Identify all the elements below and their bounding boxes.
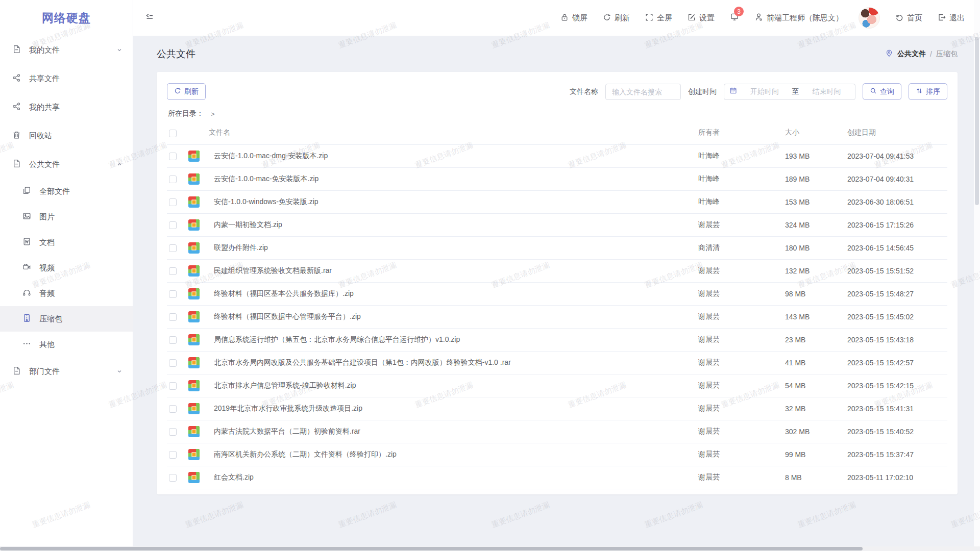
- file-name[interactable]: 局信息系统运行维护（第五包：北京市水务局综合信息平台运行维护）v1.0.zip: [214, 335, 460, 343]
- settings-button[interactable]: 设置: [688, 13, 715, 23]
- zip-file-icon: [188, 288, 200, 299]
- table-row[interactable]: 北京市水务局内网改版及公共服务基础平台建设项目（第1包：内网改版）终验验文档-v…: [167, 351, 947, 374]
- query-button[interactable]: 查询: [863, 83, 901, 100]
- sidebar-item-public-files[interactable]: 公共文件: [0, 150, 133, 179]
- refresh-list-label: 刷新: [184, 87, 199, 96]
- file-size: 54 MB: [783, 374, 845, 397]
- row-checkbox[interactable]: [169, 336, 177, 344]
- sidebar-item-my-shares[interactable]: 我的共享: [0, 93, 133, 121]
- file-name[interactable]: 联盟办件附件.zip: [214, 243, 268, 252]
- file-name[interactable]: 云安信-1.0.0-mac-免安装版本.zip: [214, 174, 318, 183]
- select-all-checkbox[interactable]: [169, 130, 177, 137]
- table-row[interactable]: 安信-1.0.0-windows-免安装版.zip 叶海峰 153 MB 202…: [167, 190, 947, 213]
- refresh-page-button[interactable]: 刷新: [603, 13, 630, 23]
- file-name[interactable]: 安信-1.0.0-windows-免安装版.zip: [214, 197, 318, 206]
- file-name[interactable]: 南海区机关新办公系统（二期）文件资料（终验打印）.zip: [214, 450, 397, 458]
- breadcrumb: 公共文件 / 压缩包: [885, 49, 958, 59]
- file-name[interactable]: 终验材料（福田区数据中心管理服务平台）.zip: [214, 312, 361, 320]
- table-row[interactable]: 终验材料（福田区基本公共服务数据库）.zip 谢晨芸 98 MB 2023-05…: [167, 282, 947, 305]
- row-checkbox[interactable]: [169, 313, 177, 321]
- directory-chevron[interactable]: >: [211, 110, 215, 118]
- filename-search-input[interactable]: [605, 84, 681, 100]
- file-name[interactable]: 北京市排水户信息管理系统-竣工验收材料.zip: [214, 381, 356, 389]
- sidebar-item-archives[interactable]: 压缩包: [0, 306, 133, 332]
- row-checkbox[interactable]: [169, 451, 177, 459]
- breadcrumb-root[interactable]: 公共文件: [897, 49, 926, 59]
- table-row[interactable]: 云安信-1.0.0-mac-dmg-安装版本.zip 叶海峰 193 MB 20…: [167, 144, 947, 167]
- undo-home-icon: [895, 13, 903, 23]
- fullscreen-button[interactable]: 全屏: [645, 13, 672, 23]
- logout-label: 退出: [949, 13, 965, 23]
- file-name[interactable]: 2019年北京市水行政审批系统升级改造项目.zip: [214, 404, 362, 412]
- logout-button[interactable]: 退出: [938, 13, 965, 23]
- vertical-scrollbar[interactable]: [974, 0, 980, 551]
- table-row[interactable]: 民建组织管理系统验收文档最新版.rar 谢晨芸 132 MB 2023-05-1…: [167, 259, 947, 282]
- current-directory: 所在目录： >: [168, 109, 946, 118]
- file-name[interactable]: 内蒙一期初验文档.zip: [214, 220, 282, 229]
- file-name[interactable]: 云安信-1.0.0-mac-dmg-安装版本.zip: [214, 152, 328, 160]
- lock-screen-button[interactable]: 锁屏: [560, 13, 587, 23]
- file-name[interactable]: 北京市水务局内网改版及公共服务基础平台建设项目（第1包：内网改版）终验验文档-v…: [214, 358, 511, 366]
- fullscreen-icon: [645, 13, 653, 23]
- table-row[interactable]: 云安信-1.0.0-mac-免安装版本.zip 叶海峰 189 MB 2023-…: [167, 167, 947, 190]
- file-size: 324 MB: [783, 213, 845, 236]
- sidebar-collapse-icon[interactable]: [144, 12, 155, 24]
- file-size: 41 MB: [783, 351, 845, 374]
- home-button[interactable]: 首页: [895, 13, 922, 23]
- sidebar-item-videos[interactable]: 视频: [0, 255, 133, 281]
- sidebar-item-recycle-bin[interactable]: 回收站: [0, 121, 133, 150]
- file-name[interactable]: 红会文档.zip: [214, 473, 254, 481]
- start-date-placeholder[interactable]: 开始时间: [741, 87, 788, 96]
- table-row[interactable]: 红会文档.zip 谢晨芸 8 MB 2023-05-11 17:02:10: [167, 466, 947, 489]
- row-checkbox[interactable]: [169, 221, 177, 229]
- table-row[interactable]: 2019年北京市水行政审批系统升级改造项目.zip 谢晨芸 32 MB 2023…: [167, 397, 947, 420]
- file-date: 2023-07-04 09:41:53: [845, 144, 947, 167]
- file-name[interactable]: 终验材料（福田区基本公共服务数据库）.zip: [214, 289, 354, 297]
- user-menu[interactable]: 前端工程师（陈思文）: [754, 13, 843, 23]
- row-checkbox[interactable]: [169, 359, 177, 367]
- sidebar-item-others[interactable]: 其他: [0, 332, 133, 357]
- doc-icon: [22, 237, 31, 247]
- filters: 文件名称 创建时间 开始时间 至 结束时间: [570, 83, 947, 100]
- table-row[interactable]: 联盟办件附件.zip 商清清 180 MB 2023-06-15 14:56:4…: [167, 236, 947, 259]
- date-range-picker[interactable]: 开始时间 至 结束时间: [724, 84, 855, 100]
- row-checkbox[interactable]: [169, 198, 177, 206]
- file-owner: 谢晨芸: [696, 282, 783, 305]
- row-checkbox[interactable]: [169, 474, 177, 482]
- avatar[interactable]: [859, 7, 880, 29]
- row-checkbox[interactable]: [169, 382, 177, 390]
- table-row[interactable]: 内蒙一期初验文档.zip 谢晨芸 324 MB 2023-06-15 17:15…: [167, 213, 947, 236]
- row-checkbox[interactable]: [169, 405, 177, 413]
- end-date-placeholder[interactable]: 结束时间: [803, 87, 850, 96]
- sidebar-item-shared-files[interactable]: 共享文件: [0, 64, 133, 93]
- zip-file-icon: [188, 472, 200, 483]
- sidebar-item-documents[interactable]: 文档: [0, 230, 133, 255]
- table-row[interactable]: 终验材料（福田区数据中心管理服务平台）.zip 谢晨芸 143 MB 2023-…: [167, 305, 947, 328]
- sidebar-item-images[interactable]: 图片: [0, 204, 133, 230]
- table-row[interactable]: 北京市排水户信息管理系统-竣工验收材料.zip 谢晨芸 54 MB 2023-0…: [167, 374, 947, 397]
- row-checkbox[interactable]: [169, 428, 177, 436]
- file-name[interactable]: 民建组织管理系统验收文档最新版.rar: [214, 266, 332, 274]
- row-checkbox[interactable]: [169, 244, 177, 252]
- row-checkbox[interactable]: [169, 290, 177, 298]
- horizontal-scrollbar[interactable]: [0, 546, 980, 551]
- file-date: 2023-05-15 15:45:02: [845, 305, 947, 328]
- table-row[interactable]: 局信息系统运行维护（第五包：北京市水务局综合信息平台运行维护）v1.0.zip …: [167, 328, 947, 351]
- file-owner: 谢晨芸: [696, 213, 783, 236]
- refresh-list-button[interactable]: 刷新: [167, 83, 206, 100]
- sidebar-item-all-files[interactable]: 全部文件: [0, 179, 133, 204]
- table-row[interactable]: 南海区机关新办公系统（二期）文件资料（终验打印）.zip 谢晨芸 99 MB 2…: [167, 443, 947, 466]
- sidebar-item-label: 我的共享: [29, 103, 122, 112]
- notifications-button[interactable]: 3: [730, 12, 739, 23]
- row-checkbox[interactable]: [169, 267, 177, 275]
- zip-file-icon: [188, 311, 200, 322]
- table-row[interactable]: 内蒙古法院大数据平台（二期）初验前资料.rar 谢晨芸 302 MB 2023-…: [167, 420, 947, 443]
- file-name[interactable]: 内蒙古法院大数据平台（二期）初验前资料.rar: [214, 427, 360, 435]
- sidebar-item-department-files[interactable]: 部门文件: [0, 357, 133, 386]
- sidebar-item-my-files[interactable]: 我的文件: [0, 36, 133, 64]
- file-date: 2023-06-30 18:06:51: [845, 190, 947, 213]
- row-checkbox[interactable]: [169, 176, 177, 183]
- row-checkbox[interactable]: [169, 153, 177, 160]
- sort-button[interactable]: 排序: [909, 83, 947, 100]
- sidebar-item-audio[interactable]: 音频: [0, 281, 133, 306]
